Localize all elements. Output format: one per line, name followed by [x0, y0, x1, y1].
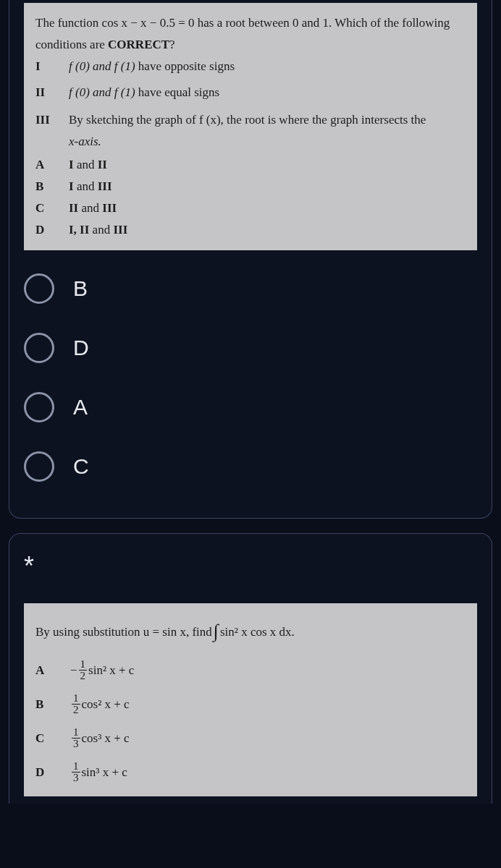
required-indicator: * — [24, 551, 477, 582]
choice-text: 13 cos³ x + c — [70, 727, 130, 749]
stem-text: By using substitution u = sin x, find — [35, 622, 212, 642]
choice-row: C II and III — [35, 198, 467, 218]
option-label: B — [73, 276, 88, 301]
choice-label: A — [35, 155, 69, 175]
choice-label: D — [35, 220, 69, 240]
question-image-1: The function cos x − x − 0.5 = 0 has a r… — [24, 3, 477, 250]
question-card-1: The function cos x − x − 0.5 = 0 has a r… — [9, 0, 492, 519]
stem-line-1: The function cos x − x − 0.5 = 0 has a r… — [35, 13, 467, 33]
stem-text: ? — [169, 38, 175, 51]
condition-row: I f (0) and f (1) have opposite signs — [35, 56, 467, 77]
choice-label: B — [35, 176, 69, 197]
condition-row: II f (0) and f (1) have equal signs — [35, 82, 467, 103]
option-label: A — [73, 395, 88, 420]
choice-row: C 13 cos³ x + c — [35, 727, 466, 749]
stem-bold: CORRECT — [108, 38, 169, 51]
option-label: C — [73, 454, 89, 479]
condition-row: III By sketching the graph of f (x), the… — [35, 110, 467, 130]
choice-text: I and II — [69, 155, 467, 175]
integral-symbol: ∫ — [214, 616, 219, 647]
stem-text: conditions are — [35, 38, 108, 51]
choice-text: 13 sin³ x + c — [70, 761, 127, 783]
option-a[interactable]: A — [24, 392, 477, 422]
choice-label: C — [35, 198, 69, 218]
choice-row: A − 12 sin² x + c — [35, 659, 466, 681]
condition-text: f (0) and f (1) have equal signs — [69, 82, 467, 103]
choice-row: D 13 sin³ x + c — [35, 761, 466, 783]
stem: By using substitution u = sin x, find ∫ … — [35, 616, 466, 647]
choice-row: B 12 cos² x + c — [35, 693, 466, 715]
stem-line-2: conditions are CORRECT? — [35, 35, 467, 55]
choice-text: 12 cos² x + c — [70, 693, 130, 715]
option-label: D — [73, 336, 89, 360]
stem-text: sin² x cos x dx. — [220, 622, 295, 642]
condition-label: I — [35, 56, 69, 77]
radio-button[interactable] — [24, 451, 54, 482]
option-d[interactable]: D — [24, 333, 477, 363]
choice-label: A — [35, 660, 70, 681]
option-b[interactable]: B — [24, 273, 477, 304]
choice-text: II and III — [69, 198, 467, 218]
option-c[interactable]: C — [24, 451, 477, 482]
answer-options: B D A C — [24, 273, 477, 482]
condition-label: III — [35, 110, 69, 130]
radio-button[interactable] — [24, 392, 54, 422]
condition-continuation: x-axis. — [69, 132, 467, 152]
choice-text: I and III — [69, 176, 467, 197]
condition-label: II — [35, 82, 69, 103]
choice-row: D I, II and III — [35, 220, 467, 240]
question-image-2: By using substitution u = sin x, find ∫ … — [24, 603, 477, 796]
choice-text: I, II and III — [69, 220, 467, 240]
choice-row: A I and II — [35, 155, 467, 175]
radio-button[interactable] — [24, 333, 54, 363]
radio-button[interactable] — [24, 273, 54, 304]
choice-label: B — [35, 694, 70, 715]
question-card-2: * By using substitution u = sin x, find … — [9, 533, 492, 804]
choice-label: C — [35, 728, 70, 749]
condition-text: By sketching the graph of f (x), the roo… — [69, 110, 467, 130]
choice-label: D — [35, 762, 70, 783]
choice-text: − 12 sin² x + c — [70, 659, 134, 681]
choice-row: B I and III — [35, 176, 467, 197]
condition-text: f (0) and f (1) have opposite signs — [69, 56, 467, 77]
